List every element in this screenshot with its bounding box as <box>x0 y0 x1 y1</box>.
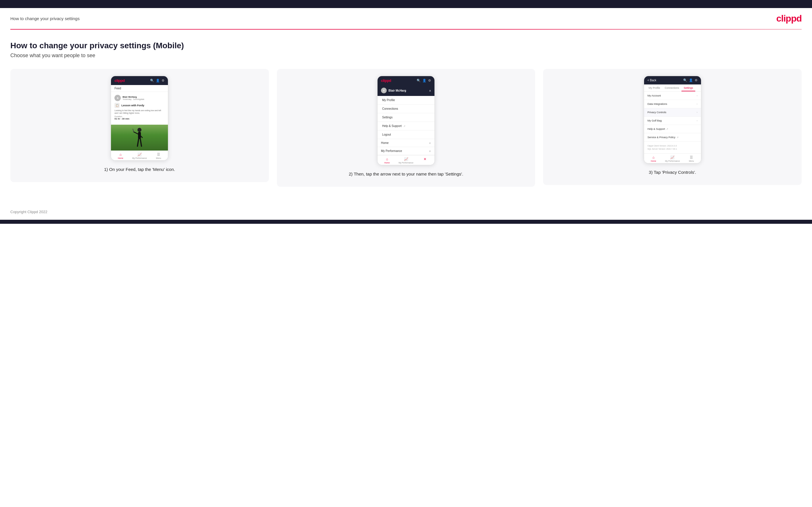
step-2-card: clippd 🔍 👤 ⚙ B Blair McHarg <box>277 69 536 187</box>
menu-section-home-label: Home <box>381 141 389 145</box>
step1-duration-label: Duration <box>114 115 164 117</box>
step1-nav-performance: 📈 My Performance <box>130 153 149 159</box>
home-icon-2: ⌂ <box>386 157 388 161</box>
step1-nav-menu-label: Menu <box>156 157 161 159</box>
home-icon-3: ⌂ <box>652 155 654 159</box>
step1-feed-image <box>111 125 168 151</box>
version-line1: Clippd Client Version: 2022.8.3-3 <box>648 145 698 148</box>
page-subheading: Choose what you want people to see <box>10 53 802 59</box>
person-icon-3: 👤 <box>689 78 693 82</box>
tab-connections[interactable]: Connections <box>662 84 681 91</box>
step3-nav-home: ⌂ Home <box>644 155 663 162</box>
settings-item-dataintegrations-label: Data Integrations <box>648 103 667 105</box>
step2-phone-topbar: clippd 🔍 👤 ⚙ <box>377 76 435 85</box>
performance-icon-2: 📈 <box>404 157 408 161</box>
step3-back-btn[interactable]: < Back <box>648 79 656 82</box>
step1-nav-perf-label: My Performance <box>132 157 147 159</box>
step2-nav-close: ✕ <box>415 157 435 164</box>
search-icon: 🔍 <box>150 79 154 82</box>
step2-nav-home-label: Home <box>385 162 390 164</box>
menu-section-performance: My Performance ∨ <box>377 147 435 155</box>
search-icon-3: 🔍 <box>683 78 687 82</box>
main-content: How to change your privacy settings (Mob… <box>0 30 812 204</box>
step3-nav-home-label: Home <box>651 160 656 162</box>
svg-line-6 <box>133 129 134 132</box>
golfer-silhouette <box>132 127 147 151</box>
step1-lesson-title: Lesson with Fordy <box>121 104 144 107</box>
svg-point-0 <box>138 128 142 132</box>
step2-nav-home: ⌂ Home <box>377 157 397 164</box>
menu-item-myprofile-label: My Profile <box>382 99 395 102</box>
performance-icon: 📈 <box>138 153 142 157</box>
settings-item-mygolfbag[interactable]: My Golf Bag › <box>644 117 701 125</box>
search-icon-2: 🔍 <box>417 79 421 82</box>
tab-settings[interactable]: Settings <box>681 84 696 91</box>
step1-nav-menu: ☰ Menu <box>149 153 168 159</box>
menu-item-help: Help & Support ↗ <box>377 122 435 130</box>
settings-icon-3: ⚙ <box>695 78 698 82</box>
step1-avatar: B <box>114 95 121 101</box>
dataintegrations-chevron-icon: › <box>697 103 698 105</box>
settings-item-serviceprivacy[interactable]: Service & Privacy Policy ↗ <box>644 133 701 142</box>
step1-nav-home-label: Home <box>118 157 123 159</box>
step1-phone-logo: clippd <box>114 78 124 83</box>
step1-phone-icons: 🔍 👤 ⚙ <box>150 79 164 82</box>
step1-phone: clippd 🔍 👤 ⚙ Feed B Blair McHarg <box>111 76 168 161</box>
step-1-card: clippd 🔍 👤 ⚙ Feed B Blair McHarg <box>10 69 269 182</box>
step3-bottom-nav: ⌂ Home 📈 My Performance ☰ Menu <box>644 153 701 163</box>
svg-line-4 <box>138 139 139 146</box>
steps-row: clippd 🔍 👤 ⚙ Feed B Blair McHarg <box>10 69 802 187</box>
svg-line-5 <box>140 139 142 146</box>
settings-item-myaccount[interactable]: My Account › <box>644 92 701 100</box>
step3-nav-performance: 📈 My Performance <box>663 155 682 162</box>
performance-icon-3: 📈 <box>670 155 674 159</box>
step2-nav-perf-label: My Performance <box>399 162 413 164</box>
step2-avatar: B <box>381 88 387 93</box>
menu-item-myprofile: My Profile <box>377 96 435 105</box>
menu-item-logout-label: Logout <box>382 133 391 136</box>
menu-section-perf-label: My Performance <box>381 149 402 153</box>
settings-item-helpsupport[interactable]: Help & Support ↗ <box>644 125 701 133</box>
step3-phone: < Back 🔍 👤 ⚙ My Profile Connections Sett… <box>644 76 701 163</box>
helpsupport-ext-icon: ↗ <box>666 128 668 130</box>
step1-user-info: Blair McHarg Yesterday · Sunningdale <box>122 96 144 100</box>
menu-icon-3: ☰ <box>690 155 693 159</box>
settings-item-serviceprivacy-label: Service & Privacy Policy ↗ <box>648 136 679 139</box>
step3-tabs: My Profile Connections Settings <box>644 84 701 92</box>
serviceprivacy-ext-icon: ↗ <box>676 136 678 139</box>
menu-item-settings-label: Settings <box>382 116 393 119</box>
step3-phone-icons: 🔍 👤 ⚙ <box>683 78 698 82</box>
settings-icon: ⚙ <box>162 79 164 82</box>
mygolfbag-chevron-icon: › <box>697 119 698 122</box>
settings-item-privacycontrols-label: Privacy Controls <box>648 111 666 114</box>
step2-caption: 2) Then, tap the arrow next to your name… <box>349 171 463 177</box>
help-ext-icon: ↗ <box>403 125 405 127</box>
step2-menu-overlay: B Blair McHarg ∧ My Profile Connections … <box>377 85 435 155</box>
step3-nav-menu: ☰ Menu <box>682 155 701 162</box>
menu-item-logout: Logout <box>377 130 435 139</box>
step1-bottom-nav: ⌂ Home 📈 My Performance ☰ Menu <box>111 151 168 160</box>
person-icon: 👤 <box>156 79 160 82</box>
step3-nav-menu-label: Menu <box>689 160 694 162</box>
step2-bottom-nav: ⌂ Home 📈 My Performance ✕ <box>377 155 435 165</box>
step1-phone-topbar: clippd 🔍 👤 ⚙ <box>111 76 168 85</box>
menu-section-home: Home ∨ <box>377 139 435 147</box>
logo: clippd <box>776 13 802 24</box>
bottom-bar <box>0 220 812 224</box>
step1-duration-val: 01 hr : 30 min <box>114 117 164 120</box>
version-line2: SQL Server Version: 2022.7.30-1 <box>648 148 698 151</box>
menu-arrow-icon: ∧ <box>429 89 431 92</box>
close-icon: ✕ <box>423 157 426 161</box>
settings-version-info: Clippd Client Version: 2022.8.3-3 SQL Se… <box>644 142 701 153</box>
menu-icon: ☰ <box>157 153 160 157</box>
step3-caption: 3) Tap 'Privacy Controls'. <box>649 169 696 176</box>
myaccount-chevron-icon: › <box>697 94 698 97</box>
top-bar <box>0 0 812 8</box>
settings-item-privacycontrols[interactable]: Privacy Controls › <box>644 108 701 117</box>
settings-item-dataintegrations[interactable]: Data Integrations › <box>644 100 701 108</box>
menu-item-help-label: Help & Support ↗ <box>382 124 405 127</box>
perf-chevron-icon: ∨ <box>429 150 431 153</box>
tab-myprofile[interactable]: My Profile <box>646 84 662 91</box>
step2-user-left: B Blair McHarg <box>381 88 406 93</box>
step1-feed-item: B Blair McHarg Yesterday · Sunningdale 📋… <box>111 92 168 125</box>
